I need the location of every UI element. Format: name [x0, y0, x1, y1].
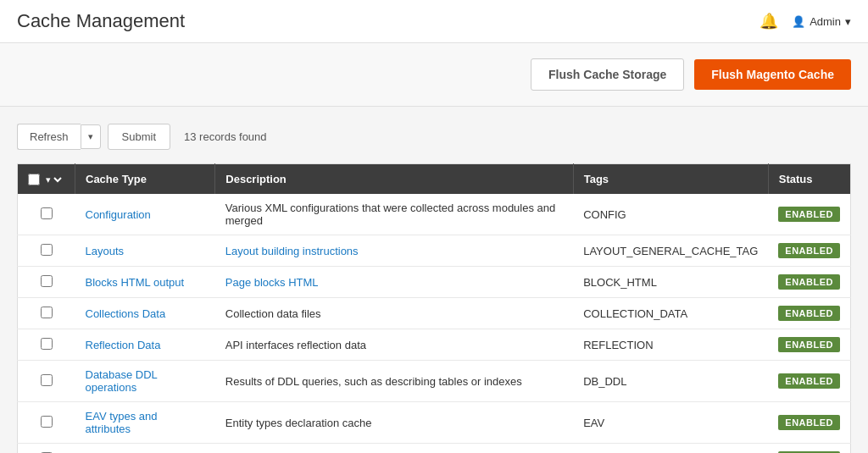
row-status: ENABLED [768, 444, 850, 454]
table-row: EAV types and attributesEntity types dec… [18, 402, 851, 444]
table-row: Blocks HTML outputPage blocks HTMLBLOCK_… [18, 267, 851, 298]
status-badge: ENABLED [778, 306, 840, 321]
status-badge: ENABLED [778, 415, 840, 430]
table-row: Customer NotificationCustomer Notificati… [18, 444, 851, 454]
cache-type-link[interactable]: Configuration [86, 208, 151, 221]
row-status: ENABLED [768, 402, 850, 444]
table-row: LayoutsLayout building instructionsLAYOU… [18, 235, 851, 267]
table-row: Database DDL operationsResults of DDL qu… [18, 361, 851, 402]
row-tags: CUSTOMER_NOTIFICATION [573, 444, 768, 454]
main-content: Refresh ▾ Submit 13 records found ▾ Cach… [0, 107, 868, 453]
status-badge: ENABLED [778, 373, 840, 389]
row-status: ENABLED [768, 298, 850, 329]
row-checkbox[interactable] [41, 207, 53, 219]
row-checkbox-cell [18, 267, 75, 298]
refresh-group: Refresh ▾ [17, 124, 101, 150]
row-checkbox-cell [18, 329, 75, 361]
row-description: Various XML configurations that were col… [215, 194, 573, 235]
row-cache-type: Layouts [75, 235, 215, 267]
table-row: ConfigurationVarious XML configurations … [18, 194, 851, 235]
page-header: Cache Management 🔔 👤 Admin ▾ [0, 0, 868, 43]
row-description: Collection data files [215, 298, 573, 329]
row-tags: BLOCK_HTML [573, 267, 768, 298]
header-cache-type: Cache Type [75, 164, 215, 195]
select-all-dropdown[interactable]: ▾ [42, 174, 64, 185]
row-status: ENABLED [768, 361, 850, 402]
header-tags: Tags [573, 164, 768, 195]
records-count: 13 records found [184, 130, 267, 143]
row-cache-type: Configuration [75, 194, 215, 235]
row-status: ENABLED [768, 194, 850, 235]
row-tags: COLLECTION_DATA [573, 298, 768, 329]
row-description: Layout building instructions [215, 235, 573, 267]
description-link[interactable]: Layout building instructions [225, 245, 359, 257]
bell-icon[interactable]: 🔔 [760, 12, 778, 30]
status-badge: ENABLED [778, 274, 840, 290]
header-checkbox-col: ▾ [18, 164, 75, 195]
row-checkbox[interactable] [41, 416, 53, 428]
row-cache-type: Database DDL operations [75, 361, 215, 402]
row-description: Entity types declaration cache [215, 402, 573, 444]
row-cache-type: Reflection Data [75, 329, 215, 361]
row-cache-type: Blocks HTML output [75, 267, 215, 298]
row-checkbox[interactable] [41, 244, 53, 256]
flush-magento-cache-button[interactable]: Flush Magento Cache [694, 59, 851, 90]
description-link[interactable]: Page blocks HTML [225, 276, 319, 289]
table-body: ConfigurationVarious XML configurations … [18, 194, 851, 453]
refresh-button[interactable]: Refresh [17, 124, 81, 150]
status-badge: ENABLED [778, 207, 840, 222]
cache-table: ▾ Cache Type Description Tags Status [17, 163, 851, 453]
row-cache-type: EAV types and attributes [75, 402, 215, 444]
row-tags: LAYOUT_GENERAL_CACHE_TAG [573, 235, 768, 267]
row-checkbox-cell [18, 298, 75, 329]
table-row: Collections DataCollection data filesCOL… [18, 298, 851, 329]
admin-label: Admin [810, 15, 841, 28]
row-checkbox-cell [18, 444, 75, 454]
cache-type-link[interactable]: Layouts [86, 245, 125, 257]
table-header-row: ▾ Cache Type Description Tags Status [18, 164, 851, 195]
header-actions: 🔔 👤 Admin ▾ [760, 12, 851, 30]
table-row: Reflection DataAPI interfaces reflection… [18, 329, 851, 361]
cache-type-link[interactable]: EAV types and attributes [86, 410, 158, 435]
row-status: ENABLED [768, 235, 850, 267]
toolbar: Refresh ▾ Submit 13 records found [17, 124, 851, 150]
header-status: Status [768, 164, 850, 195]
row-tags: DB_DDL [573, 361, 768, 402]
cache-type-link[interactable]: Reflection Data [86, 339, 161, 351]
page-title: Cache Management [17, 10, 185, 32]
row-checkbox[interactable] [41, 307, 53, 318]
row-checkbox-cell [18, 194, 75, 235]
row-description: API interfaces reflection data [215, 329, 573, 361]
row-tags: CONFIG [573, 194, 768, 235]
admin-user-icon: 👤 [792, 15, 805, 28]
row-checkbox-cell [18, 235, 75, 267]
admin-dropdown[interactable]: 👤 Admin ▾ [792, 15, 851, 28]
row-checkbox-cell [18, 402, 75, 444]
status-badge: ENABLED [778, 243, 840, 258]
select-all-checkbox[interactable] [28, 174, 40, 185]
row-checkbox[interactable] [41, 275, 53, 287]
row-tags: EAV [573, 402, 768, 444]
row-description: Customer Notification [215, 444, 573, 454]
header-description: Description [215, 164, 573, 195]
submit-button[interactable]: Submit [108, 124, 170, 150]
flush-cache-storage-button[interactable]: Flush Cache Storage [531, 58, 684, 91]
row-tags: REFLECTION [573, 329, 768, 361]
row-description: Results of DDL queries, such as describi… [215, 361, 573, 402]
row-status: ENABLED [768, 329, 850, 361]
admin-arrow-icon: ▾ [845, 15, 851, 28]
cache-type-link[interactable]: Database DDL operations [86, 368, 158, 394]
row-checkbox-cell [18, 361, 75, 402]
row-status: ENABLED [768, 267, 850, 298]
cache-type-link[interactable]: Collections Data [86, 307, 166, 320]
refresh-dropdown-button[interactable]: ▾ [81, 124, 101, 149]
row-checkbox[interactable] [41, 338, 53, 350]
header-checkbox-wrapper: ▾ [28, 174, 64, 185]
row-description: Page blocks HTML [215, 267, 573, 298]
flush-bar: Flush Cache Storage Flush Magento Cache [0, 43, 868, 107]
status-badge: ENABLED [778, 337, 840, 352]
row-checkbox[interactable] [41, 374, 53, 386]
row-cache-type: Customer Notification [75, 444, 215, 454]
row-cache-type: Collections Data [75, 298, 215, 329]
cache-type-link[interactable]: Blocks HTML output [86, 276, 185, 289]
